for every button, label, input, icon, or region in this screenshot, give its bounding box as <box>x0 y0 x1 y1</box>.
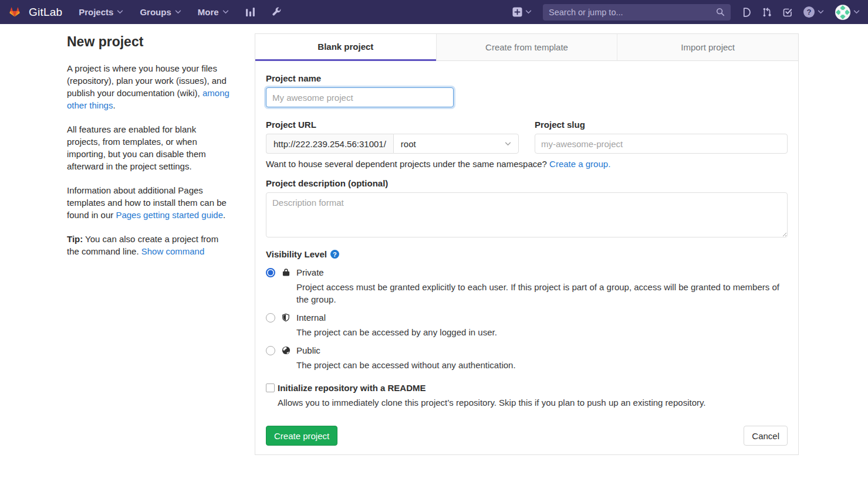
menu-groups-label: Groups <box>140 7 171 17</box>
chevron-down-icon <box>818 10 824 14</box>
namespace-hint-text: Want to house several dependent projects… <box>266 159 549 169</box>
tab-blank-project[interactable]: Blank project <box>255 34 436 61</box>
menu-groups[interactable]: Groups <box>140 7 181 17</box>
chevron-down-icon <box>853 10 860 14</box>
wrench-icon <box>272 7 282 17</box>
readme-option: Initialize repository with a README Allo… <box>266 382 788 409</box>
visibility-level-label: Visibility Level <box>266 249 327 259</box>
menu-projects-label: Projects <box>79 7 113 17</box>
pages-paragraph: Information about additional Pages templ… <box>67 184 230 221</box>
pages-text-end: . <box>223 210 225 220</box>
visibility-option-private: Private Project access must be granted e… <box>266 267 788 305</box>
public-radio[interactable] <box>266 346 275 355</box>
page-title: New project <box>67 34 230 50</box>
project-url-group: Project URL http://222.239.254.56:31001/… <box>266 120 519 154</box>
new-dropdown-button[interactable] <box>512 7 532 17</box>
pages-guide-link[interactable]: Pages getting started guide <box>116 210 223 220</box>
chevron-down-icon <box>222 10 229 14</box>
chevron-down-icon <box>117 10 123 14</box>
merge-request-icon <box>762 8 772 17</box>
chevron-down-icon <box>525 10 532 14</box>
gitlab-home-link[interactable]: GitLab <box>6 4 62 21</box>
public-description: The project can be accessed without any … <box>296 359 516 371</box>
issues-icon <box>742 8 751 17</box>
description-column: New project A project is where you house… <box>67 33 230 269</box>
user-menu-button[interactable] <box>835 5 860 20</box>
project-url-prefix: http://222.239.254.56:31001/ <box>266 134 393 154</box>
visibility-help-icon[interactable]: ? <box>330 250 339 259</box>
show-command-link[interactable]: Show command <box>141 246 205 256</box>
visibility-level-row: Visibility Level ? <box>266 249 788 259</box>
tip-paragraph: Tip: You can also create a project from … <box>67 233 230 257</box>
intro-paragraph: A project is where you house your files … <box>67 62 230 111</box>
internal-label: Internal <box>296 312 497 324</box>
new-project-panel: Blank project Create from template Impor… <box>255 33 799 455</box>
namespace-hint: Want to house several dependent projects… <box>266 159 788 169</box>
globe-icon <box>281 346 291 355</box>
todo-icon <box>783 8 792 17</box>
brand-name: GitLab <box>29 6 62 19</box>
private-description: Project access must be granted explicitl… <box>296 281 787 305</box>
menu-more[interactable]: More <box>198 7 229 17</box>
internal-description: The project can be accessed by any logge… <box>296 326 497 338</box>
project-url-label: Project URL <box>266 120 519 130</box>
namespace-selected-value: root <box>401 139 416 149</box>
blank-project-form: Project name Project URL http://222.239.… <box>255 61 798 454</box>
visibility-option-public: Public The project can be accessed witho… <box>266 345 788 371</box>
project-description-label: Project description (optional) <box>266 178 788 188</box>
public-label: Public <box>296 345 516 357</box>
issues-button[interactable] <box>742 8 751 17</box>
cancel-button[interactable]: Cancel <box>744 426 788 446</box>
page-content: New project A project is where you house… <box>0 24 868 455</box>
project-slug-input[interactable] <box>535 134 788 154</box>
main-menu: Projects Groups More <box>79 7 281 17</box>
visibility-option-internal: Internal The project can be accessed by … <box>266 312 788 338</box>
admin-area-button[interactable] <box>272 7 282 17</box>
tab-import-project[interactable]: Import project <box>617 34 798 61</box>
readme-checkbox[interactable] <box>266 383 275 392</box>
search-box[interactable] <box>543 4 731 21</box>
readme-description: Allows you to immediately clone this pro… <box>278 396 706 409</box>
chevron-down-icon <box>505 142 511 146</box>
menu-projects[interactable]: Projects <box>79 7 123 17</box>
private-label: Private <box>296 267 787 279</box>
top-navbar: GitLab Projects Groups More <box>0 0 868 24</box>
private-radio[interactable] <box>266 268 275 277</box>
url-slug-row: Project URL http://222.239.254.56:31001/… <box>266 120 788 154</box>
todos-button[interactable] <box>783 8 792 17</box>
search-icon <box>716 8 725 16</box>
create-project-button[interactable]: Create project <box>266 426 337 446</box>
create-group-link[interactable]: Create a group. <box>549 159 610 169</box>
avatar <box>835 5 850 20</box>
shield-icon <box>281 313 291 322</box>
navbar-right: ? <box>512 4 860 21</box>
tab-create-from-template[interactable]: Create from template <box>436 34 617 61</box>
search-input[interactable] <box>549 8 716 17</box>
help-menu-button[interactable]: ? <box>803 6 824 18</box>
readme-body: Initialize repository with a README Allo… <box>278 382 706 409</box>
intro-text-end: . <box>113 100 115 110</box>
analytics-button[interactable] <box>245 7 255 17</box>
project-description-wrap <box>266 192 788 237</box>
menu-more-label: More <box>198 7 219 17</box>
internal-option-body: Internal The project can be accessed by … <box>296 312 497 338</box>
public-option-body: Public The project can be accessed witho… <box>296 345 516 371</box>
tip-label: Tip: <box>67 234 83 244</box>
project-slug-label: Project slug <box>535 120 788 130</box>
private-option-body: Private Project access must be granted e… <box>296 267 787 305</box>
project-description-input[interactable] <box>266 192 788 237</box>
help-icon: ? <box>803 6 815 18</box>
merge-requests-button[interactable] <box>762 8 772 17</box>
namespace-select[interactable]: root <box>393 134 519 154</box>
lock-icon <box>281 268 291 277</box>
project-name-input[interactable] <box>266 87 454 107</box>
project-slug-group: Project slug <box>535 120 788 154</box>
internal-radio[interactable] <box>266 313 275 323</box>
readme-label: Initialize repository with a README <box>278 382 706 394</box>
project-type-tabs: Blank project Create from template Impor… <box>255 34 798 61</box>
features-paragraph: All features are enabled for blank proje… <box>67 123 230 172</box>
chevron-down-icon <box>175 10 181 14</box>
project-name-label: Project name <box>266 73 788 83</box>
tanuki-logo-icon <box>6 4 23 21</box>
plus-icon <box>512 7 522 17</box>
